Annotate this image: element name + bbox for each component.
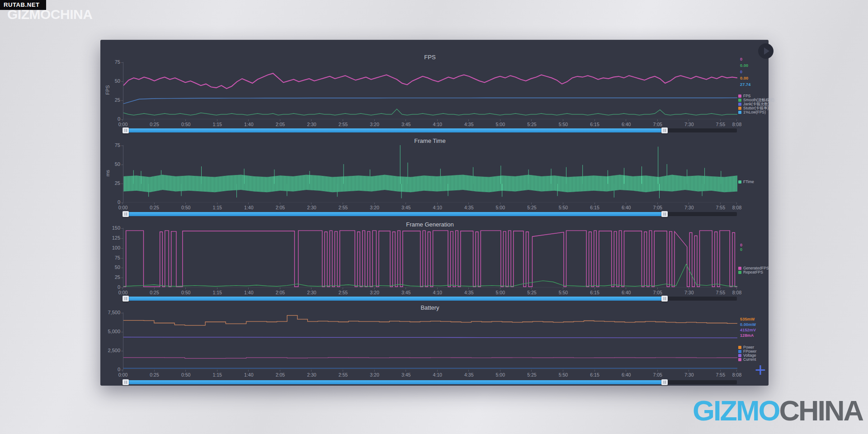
scrollbar-range[interactable] <box>123 380 665 384</box>
y-tick-label: 2,500 <box>104 348 120 353</box>
legend-swatch <box>738 346 741 349</box>
legend-item[interactable]: Voltage <box>738 354 756 357</box>
legend-swatch <box>738 354 741 357</box>
x-tick-label: 1:15 <box>208 372 226 377</box>
grip-icon <box>124 381 127 384</box>
page: { "watermarks": { "rutab": "RUTAB.NET", … <box>0 0 868 434</box>
legend-label: Power <box>743 345 754 349</box>
play-button[interactable] <box>758 43 774 59</box>
x-tick-label: 8:08 <box>728 372 746 377</box>
perf-monitor-panel: FPS FPS 02550750:000:250:501:151:402:052… <box>100 40 769 386</box>
x-tick-label: 4:35 <box>460 372 478 377</box>
gizmochina-logo-china: CHINA <box>779 395 863 426</box>
chart-battery: Battery 02,5005,0007,5000:000:250:501:15… <box>100 40 769 386</box>
legend-swatch <box>738 358 741 361</box>
x-tick-label: 1:40 <box>240 372 258 377</box>
x-tick-label: 7:05 <box>649 372 667 377</box>
time-scrollbar[interactable] <box>123 380 737 384</box>
x-tick-label: 2:30 <box>302 372 321 377</box>
legend-item[interactable]: Power <box>738 345 754 349</box>
x-tick-label: 3:20 <box>366 372 384 377</box>
series-value: 4152mV <box>740 328 756 332</box>
x-tick-label: 5:50 <box>554 372 572 377</box>
y-tick-label: 7,500 <box>104 310 120 315</box>
x-tick-label: 2:05 <box>271 372 289 377</box>
scrollbar-handle-left[interactable] <box>123 379 129 385</box>
scrollbar-handle-right[interactable] <box>661 379 668 385</box>
x-tick-label: 0:50 <box>177 372 195 377</box>
y-tick-label: 0 <box>104 367 120 372</box>
legend-swatch <box>738 350 741 353</box>
legend-label: Voltage <box>743 354 756 357</box>
series-power <box>123 316 737 326</box>
x-tick-label: 6:40 <box>617 372 635 377</box>
x-tick-label: 4:10 <box>429 372 447 377</box>
grip-icon <box>663 381 666 384</box>
gizmochina-top-watermark: GIZMOCHINA <box>7 7 92 22</box>
legend-item[interactable]: FPower <box>738 349 756 353</box>
chart-title: Battery <box>123 304 737 311</box>
x-tick-label: 6:15 <box>586 372 604 377</box>
x-tick-label: 3:45 <box>397 372 415 377</box>
x-tick-label: 0:00 <box>114 372 132 377</box>
series-current <box>123 358 737 359</box>
gizmochina-logo-gizmo: GIZMO <box>693 395 779 426</box>
legend-label: FPower <box>743 349 756 353</box>
y-tick-label: 5,000 <box>104 329 120 334</box>
series-value: 128mA <box>740 333 754 338</box>
plot-area <box>123 312 737 370</box>
x-tick-label: 2:55 <box>334 372 352 377</box>
series-voltage <box>123 337 737 338</box>
x-tick-label: 7:55 <box>712 372 730 377</box>
x-tick-label: 5:25 <box>523 372 541 377</box>
series-value: 0.00mW <box>740 322 756 327</box>
add-chart-button[interactable]: + <box>750 360 770 380</box>
x-tick-label: 7:30 <box>680 372 698 377</box>
play-icon <box>764 47 769 55</box>
gizmochina-logo: GIZMOCHINA <box>693 394 863 427</box>
series-value: 535mW <box>740 317 755 321</box>
x-tick-label: 5:00 <box>491 372 509 377</box>
x-tick-label: 0:25 <box>146 372 164 377</box>
